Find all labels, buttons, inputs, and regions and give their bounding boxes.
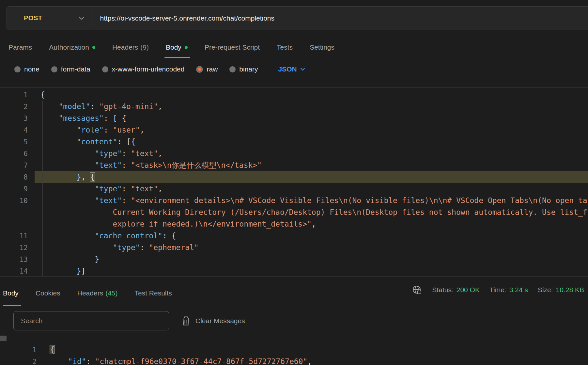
code-token bbox=[50, 357, 68, 365]
tab-tests[interactable]: Tests bbox=[268, 37, 301, 58]
time-value[interactable]: 3.24 s bbox=[509, 286, 528, 294]
body-mode-x-www-form-urlencoded[interactable]: x-www-form-urlencoded bbox=[102, 65, 185, 73]
code-token: : [ { bbox=[104, 114, 126, 122]
code-line: 11 "cache_control": { bbox=[0, 230, 588, 242]
code-token: , bbox=[307, 357, 312, 365]
code-text: "type": "ephemeral" bbox=[40, 243, 199, 252]
body-mode-label: form-data bbox=[61, 65, 90, 73]
green-dot-icon bbox=[92, 46, 95, 49]
code-token bbox=[40, 231, 95, 240]
language-selector[interactable]: JSON bbox=[278, 65, 305, 73]
code-token bbox=[40, 220, 113, 228]
body-mode-none[interactable]: none bbox=[14, 65, 39, 73]
body-mode-form-data[interactable]: form-data bbox=[51, 65, 90, 73]
line-number: 5 bbox=[0, 136, 28, 148]
request-tabs: ParamsAuthorizationHeaders(9)BodyPre-req… bbox=[8, 37, 343, 58]
code-token: { bbox=[40, 90, 45, 99]
tab-label: Headers bbox=[112, 43, 138, 51]
response-tab-cookies[interactable]: Cookies bbox=[27, 280, 69, 306]
code-text: "content": [{ bbox=[40, 137, 135, 146]
response-tab-body[interactable]: Body bbox=[3, 280, 27, 306]
code-token bbox=[40, 149, 95, 158]
code-line: 1{ bbox=[0, 344, 588, 356]
code-token: , bbox=[140, 126, 145, 134]
code-line: 8 }, { bbox=[0, 171, 588, 183]
code-token: "text" bbox=[95, 161, 122, 169]
code-text: "id": "chatcmpl-f96e0370-3f67-44c7-867f-… bbox=[50, 357, 312, 365]
code-token: "content" bbox=[77, 137, 117, 146]
code-line: 14 }] bbox=[0, 265, 588, 276]
line-number: 12 bbox=[0, 242, 28, 254]
code-text: "text": "<environment_details>\n# VSCode… bbox=[40, 196, 588, 205]
code-line: 13 } bbox=[0, 253, 588, 265]
code-token: "model" bbox=[58, 102, 90, 111]
line-number: 1 bbox=[0, 344, 37, 356]
radio-icon bbox=[102, 66, 108, 72]
code-token: : bbox=[122, 184, 131, 193]
status-badge[interactable]: 200 OK bbox=[456, 286, 480, 294]
code-text: { bbox=[40, 90, 45, 99]
code-token: "cache_control" bbox=[95, 231, 162, 240]
tab-authorization[interactable]: Authorization bbox=[40, 37, 104, 58]
line-number: 10 bbox=[0, 195, 28, 207]
response-tab-headers[interactable]: Headers(45) bbox=[69, 280, 126, 306]
search-input[interactable] bbox=[14, 311, 169, 330]
code-token: Current Working Directory (/Users/chao/D… bbox=[113, 208, 588, 216]
code-token bbox=[40, 243, 113, 252]
tab-settings[interactable]: Settings bbox=[301, 37, 343, 58]
tab-pre-request-script[interactable]: Pre-request Script bbox=[196, 37, 268, 58]
code-token bbox=[40, 208, 113, 216]
radio-pip bbox=[103, 68, 107, 71]
code-token: { bbox=[50, 345, 54, 354]
method-chevron-down-icon[interactable] bbox=[79, 16, 85, 20]
code-token: , bbox=[158, 184, 162, 193]
request-url-bar: POST https://oi-vscode-server-5.onrender… bbox=[7, 6, 588, 30]
code-token: : { bbox=[162, 231, 176, 240]
request-body-editor[interactable]: 1{2 "model": "gpt-4o-mini",3 "messages":… bbox=[0, 87, 588, 276]
section-divider bbox=[0, 276, 588, 277]
response-tabs: BodyCookiesHeaders(45)Test Results bbox=[3, 280, 180, 306]
code-line: 9 "type": "text", bbox=[0, 183, 588, 195]
tab-count-badge: (9) bbox=[140, 43, 149, 51]
tab-body[interactable]: Body bbox=[157, 37, 196, 58]
code-line: 12 "type": "ephemeral" bbox=[0, 242, 588, 253]
radio-icon bbox=[51, 66, 57, 72]
code-token: : bbox=[104, 126, 113, 134]
indent-guide bbox=[42, 101, 43, 276]
radio-pip bbox=[198, 68, 201, 71]
url-input[interactable]: https://oi-vscode-server-5.onrender.com/… bbox=[100, 14, 274, 22]
body-mode-binary[interactable]: binary bbox=[229, 65, 258, 73]
response-tab-test-results[interactable]: Test Results bbox=[126, 280, 180, 306]
method-label[interactable]: POST bbox=[24, 14, 42, 22]
code-token bbox=[40, 173, 77, 181]
code-token: "gpt-4o-mini" bbox=[99, 102, 158, 111]
response-body-editor[interactable]: 1{2 "id": "chatcmpl-f96e0370-3f67-44c7-8… bbox=[0, 339, 588, 365]
code-token: "type" bbox=[95, 149, 122, 158]
code-line: 4 "role": "user", bbox=[0, 124, 588, 136]
body-mode-raw[interactable]: raw bbox=[196, 65, 218, 73]
code-text: }] bbox=[40, 267, 85, 275]
code-token bbox=[40, 196, 95, 205]
clear-messages-button[interactable]: Clear Messages bbox=[182, 311, 245, 330]
time-label: Time: bbox=[489, 286, 506, 294]
clear-messages-label: Clear Messages bbox=[195, 317, 245, 325]
tab-label: Tests bbox=[277, 43, 293, 51]
radio-icon bbox=[196, 66, 203, 73]
code-text: }, { bbox=[40, 173, 95, 181]
code-token: "role" bbox=[77, 126, 104, 134]
line-number: 2 bbox=[0, 356, 37, 365]
indent-guide bbox=[61, 124, 61, 276]
tab-label: Authorization bbox=[49, 43, 89, 51]
code-token: "ephemeral" bbox=[149, 243, 198, 252]
tab-headers[interactable]: Headers(9) bbox=[104, 37, 157, 58]
tab-label: Headers bbox=[77, 289, 103, 297]
indent-guide bbox=[79, 148, 79, 265]
size-value[interactable]: 10.28 KB bbox=[556, 286, 584, 294]
response-meta: Status: 200 OK Time: 3.24 s Size: 10.28 … bbox=[412, 285, 584, 295]
tab-label: Body bbox=[3, 289, 19, 297]
code-token bbox=[40, 114, 58, 122]
green-dot-icon bbox=[185, 46, 188, 49]
code-text: "messages": [ { bbox=[40, 114, 126, 122]
tab-params[interactable]: Params bbox=[8, 37, 40, 58]
code-token: : bbox=[140, 243, 149, 252]
